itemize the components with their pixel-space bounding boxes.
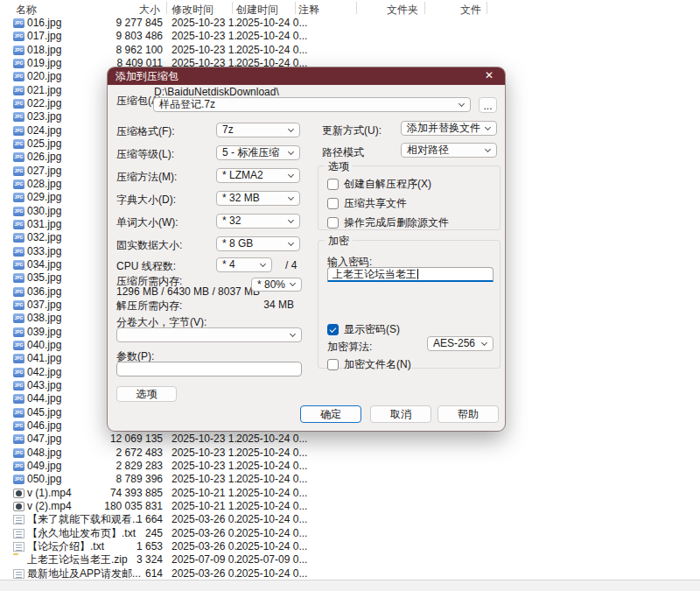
chevron-down-icon [288,125,294,131]
jpg-file-icon: JPG [13,86,24,95]
field-combo[interactable]: * 32 MB [216,191,300,206]
field-value: * LZMA2 [222,169,263,181]
archive-name-combo[interactable]: 样品登记.7z [153,97,471,112]
field-combo[interactable]: * LZMA2 [216,168,300,183]
options-button[interactable]: 选项 [116,386,177,402]
field-label: 单词大小(W): [116,215,178,230]
close-icon[interactable]: ✕ [476,67,502,85]
table-row[interactable]: v (1).mp474 393 8852025-10-21 1...2025-1… [0,487,700,500]
table-row[interactable]: JPG050.jpg8 789 3962025-10-23 1...2025-1… [0,473,700,486]
media-dot [16,503,22,510]
file-name: 021.jpg [27,84,61,97]
cancel-button[interactable]: 取消 [370,405,431,423]
table-row[interactable]: v (2).mp4180 035 8312025-10-21 1...2025-… [0,500,700,513]
option-checkbox[interactable]: 创建自解压程序(X) [327,177,431,192]
path-mode-combo[interactable]: 相对路径 [401,143,497,158]
cpu-threads-max: / 4 [285,259,297,271]
file-created: 2025-10-24 0... [236,567,307,580]
file-size: 614 [61,567,163,580]
file-modified: 2025-10-23 1... [172,460,242,473]
table-row[interactable]: 【来了就能下载和观看...1 6642025-03-26 0...2025-10… [0,513,700,526]
option-label: 操作完成后删除源文件 [344,216,449,229]
file-name: 049.jpg [27,460,61,473]
jpg-file-icon: JPG [13,193,24,202]
chevron-down-icon [288,171,294,177]
update-mode-combo[interactable]: 添加并替换文件 [401,121,497,136]
jpg-file-icon: JPG [13,327,24,337]
file-name: 025.jpg [27,137,61,151]
field-label: 字典大小(D): [116,193,176,208]
chevron-down-icon [290,280,296,286]
doc-line [16,523,22,524]
file-size: 180 035 831 [61,500,163,513]
dialog-titlebar[interactable]: 添加到压缩包 ✕ [108,67,505,85]
file-modified: 2025-07-09 0... [172,553,242,566]
parameters-input[interactable] [116,362,302,376]
field-combo[interactable]: 7z [216,123,300,137]
file-name: 046.jpg [27,419,61,433]
table-row[interactable]: JPG047.jpg12 069 1352025-10-23 1...2025-… [0,433,700,446]
file-modified: 2025-10-23 1... [172,30,242,43]
status-bar [0,580,700,591]
table-row[interactable]: 上老王论坛当老王.zip3 3242025-07-09 0...2025-07-… [0,553,700,566]
encryption-method-combo[interactable]: AES-256 [427,336,494,351]
option-checkbox[interactable]: 压缩共享文件 [327,196,407,211]
password-input[interactable]: 上老王论坛当老王 [327,267,494,282]
file-modified: 2025-10-23 1... [172,447,242,460]
jpg-file-icon: JPG [13,313,24,323]
option-checkbox[interactable]: 操作完成后删除源文件 [327,215,449,230]
chevron-down-icon [288,148,294,154]
file-name: 033.jpg [27,245,61,258]
file-created: 2025-10-24 0... [236,447,307,460]
table-row[interactable]: JPG018.jpg8 962 1002025-10-23 1...2025-1… [0,44,700,57]
field-combo[interactable]: 5 - 标准压缩 [216,145,300,160]
jpg-file-icon: JPG [13,139,24,149]
file-name: 027.jpg [27,165,61,178]
table-row[interactable]: JPG016.jpg9 277 8452025-10-23 1...2025-1… [0,17,700,30]
jpg-file-icon: JPG [13,247,24,257]
file-name: 016.jpg [27,17,61,30]
table-row[interactable]: JPG048.jpg2 672 4832025-10-23 1...2025-1… [0,447,700,460]
table-row[interactable]: 【论坛介绍】.txt1 6532025-03-26 0...2025-10-24… [0,540,700,553]
dialog-title: 添加到压缩包 [116,70,178,82]
table-row[interactable]: 【永久地址发布页】.txt2452025-03-26 0...2025-10-2… [0,527,700,540]
file-modified: 2025-03-26 0... [172,527,242,540]
doc-line [16,574,22,575]
cpu-threads-combo[interactable]: * 4 [216,257,272,272]
archive-name-value: 样品登记.7z [159,98,215,110]
doc-line [16,547,22,548]
volume-size-combo[interactable] [116,327,302,342]
memory-percent-combo[interactable]: * 80% [251,278,302,292]
checkbox-unchecked-icon [327,359,339,370]
file-modified: 2025-03-26 0... [172,540,242,553]
browse-button[interactable]: ... [479,97,497,113]
file-created: 2025-10-24 0... [236,30,307,43]
file-name: 018.jpg [27,44,61,57]
file-name: 029.jpg [27,191,61,204]
field-label: 固实数据大小: [116,238,182,253]
field-combo[interactable]: * 32 [216,214,300,229]
file-name: 028.jpg [27,178,61,191]
txt-file-icon [13,569,24,579]
field-combo[interactable]: * 8 GB [216,236,300,251]
path-mode-label: 路径模式 [322,145,364,160]
jpg-file-icon: JPG [13,126,24,136]
help-button[interactable]: 帮助 [438,405,499,423]
doc-line [16,577,22,578]
file-name: 032.jpg [27,231,61,244]
table-row[interactable]: 最新地址及APP请发邮...6142025-03-26 0...2025-10-… [0,567,700,580]
table-row[interactable]: JPG017.jpg9 803 4862025-10-23 1...2025-1… [0,30,700,43]
jpg-file-icon: JPG [13,220,24,229]
add-to-archive-dialog: 添加到压缩包 ✕ 压缩包(A) D:\BaiduNetdiskDownload\… [108,67,505,431]
file-name: 044.jpg [27,392,61,405]
ok-button[interactable]: 确定 [300,405,361,423]
encrypt-filenames-checkbox[interactable]: 加密文件名(N) [327,357,411,372]
jpg-file-icon: JPG [13,300,24,310]
jpg-file-icon: JPG [13,475,24,484]
file-modified: 2025-03-26 0... [172,567,242,580]
jpg-file-icon: JPG [13,434,24,444]
chevron-down-icon [485,123,491,130]
encryption-method-label: 加密算法: [327,340,372,355]
table-row[interactable]: JPG049.jpg2 829 2832025-10-23 1...2025-1… [0,460,700,473]
show-password-checkbox[interactable]: 显示密码(S) [327,322,400,337]
